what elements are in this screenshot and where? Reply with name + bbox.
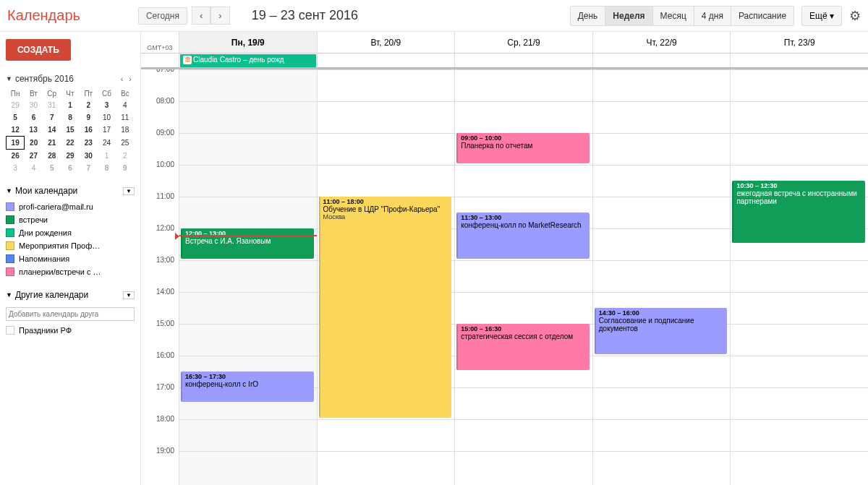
add-calendar-input[interactable] (6, 307, 135, 321)
mini-day-cell[interactable]: 29 (7, 99, 25, 111)
mini-day-cell[interactable]: 3 (7, 162, 25, 174)
create-button[interactable]: СОЗДАТЬ (6, 39, 71, 61)
mini-day-cell[interactable]: 4 (116, 99, 134, 111)
settings-gear-icon[interactable]: ⚙ (849, 8, 861, 24)
day-column[interactable]: 14:30 – 16:00Согласование и подписание д… (592, 69, 731, 485)
mini-day-cell[interactable]: 15 (61, 124, 79, 137)
view-button-неделя[interactable]: Неделя (605, 6, 652, 26)
hour-label: 17:00 (141, 383, 179, 415)
current-time-indicator (179, 235, 317, 236)
allday-cell[interactable]: Claudia Castro – день рожд (179, 53, 317, 67)
hour-label: 12:00 (141, 224, 179, 256)
calendar-event[interactable]: 14:30 – 16:00Согласование и подписание д… (595, 308, 728, 354)
allday-event[interactable]: Claudia Castro – день рожд (180, 54, 316, 67)
today-button[interactable]: Сегодня (138, 7, 187, 25)
day-header[interactable]: Пн, 19/9 (179, 32, 317, 53)
view-button-4 дня[interactable]: 4 дня (694, 6, 731, 26)
calendar-event[interactable]: 15:00 – 16:30стратегическая сессия с отд… (456, 324, 590, 370)
more-button[interactable]: Ещё ▾ (801, 6, 842, 26)
mini-day-cell[interactable]: 11 (116, 111, 134, 124)
next-button[interactable]: › (210, 7, 229, 25)
mini-day-cell[interactable]: 7 (43, 111, 61, 124)
mini-day-cell[interactable]: 31 (43, 99, 61, 111)
calendar-event[interactable]: 12:00 – 13:00Встреча с И.А. Язановым (181, 228, 314, 259)
mini-day-cell[interactable]: 13 (25, 124, 43, 137)
hour-label: 08:00 (141, 97, 179, 129)
mini-day-cell[interactable]: 22 (61, 137, 79, 150)
mini-day-cell[interactable]: 20 (25, 137, 43, 150)
mini-day-cell[interactable]: 9 (116, 162, 134, 174)
calendar-item[interactable]: встречи (6, 213, 135, 226)
collapse-icon[interactable]: ▼ (6, 187, 12, 194)
collapse-icon[interactable]: ▼ (6, 75, 12, 82)
day-column[interactable]: 10:30 – 12:30ежегодная встреча с иностра… (730, 69, 868, 485)
mini-day-cell[interactable]: 5 (7, 111, 25, 124)
calendar-item[interactable]: планерки/встречи с … (6, 265, 135, 278)
mini-next-button[interactable]: › (126, 74, 135, 83)
mini-day-cell[interactable]: 1 (61, 99, 79, 111)
day-header[interactable]: Пт, 23/9 (730, 32, 868, 53)
day-header[interactable]: Ср, 21/9 (454, 32, 592, 53)
collapse-icon[interactable]: ▼ (6, 291, 12, 299)
calendar-event[interactable]: 11:30 – 13:00конференц-колл по MarketRes… (456, 213, 590, 259)
mini-day-cell[interactable]: 8 (61, 111, 79, 124)
calendar-item[interactable]: profi-cariera@mail.ru (6, 200, 135, 213)
day-header[interactable]: Чт, 22/9 (592, 32, 731, 53)
calendar-event[interactable]: 11:00 – 18:00Обучение в ЦДР "Профи-Карье… (319, 197, 452, 418)
mini-day-cell[interactable]: 12 (7, 124, 25, 137)
mini-day-cell[interactable]: 29 (61, 150, 79, 163)
calendar-event[interactable]: 10:30 – 12:30ежегодная встреча с иностра… (732, 181, 865, 243)
mini-day-cell[interactable]: 23 (80, 137, 98, 150)
mini-day-cell[interactable]: 5 (43, 162, 61, 174)
day-column[interactable]: 11:00 – 18:00Обучение в ЦДР "Профи-Карье… (317, 69, 455, 485)
day-header[interactable]: Вт, 20/9 (317, 32, 455, 53)
calendar-item[interactable]: Праздники РФ (6, 324, 135, 337)
mini-day-cell[interactable]: 1 (98, 150, 116, 163)
view-button-день[interactable]: День (570, 6, 606, 26)
mini-day-cell[interactable]: 19 (7, 137, 25, 150)
calendar-event[interactable]: 09:00 – 10:00Планерка по отчетам (456, 133, 590, 163)
day-column[interactable]: 12:00 – 13:00Встреча с И.А. Язановым16:3… (179, 69, 317, 485)
mini-day-cell[interactable]: 25 (116, 137, 134, 150)
allday-cell[interactable] (730, 53, 868, 67)
mini-day-cell[interactable]: 6 (61, 162, 79, 174)
calendar-item[interactable]: Дни рождения (6, 226, 135, 239)
mini-day-cell[interactable]: 16 (80, 124, 98, 137)
mini-day-cell[interactable]: 10 (98, 111, 116, 124)
view-button-расписание[interactable]: Расписание (731, 6, 794, 26)
mini-day-cell[interactable]: 2 (80, 99, 98, 111)
mini-day-cell[interactable]: 17 (98, 124, 116, 137)
mini-day-cell[interactable]: 26 (7, 150, 25, 163)
mini-day-cell[interactable]: 28 (43, 150, 61, 163)
prev-button[interactable]: ‹ (192, 7, 210, 25)
mini-day-cell[interactable]: 7 (80, 162, 98, 174)
view-button-месяц[interactable]: Месяц (653, 6, 694, 26)
event-time: 09:00 – 10:00 (461, 134, 587, 142)
mini-prev-button[interactable]: ‹ (118, 74, 127, 83)
allday-cell[interactable] (317, 53, 455, 67)
mini-day-cell[interactable]: 30 (25, 99, 43, 111)
mini-day-cell[interactable]: 9 (80, 111, 98, 124)
mini-day-cell[interactable]: 30 (80, 150, 98, 163)
mini-day-cell[interactable]: 6 (25, 111, 43, 124)
calendar-color-swatch (6, 215, 14, 224)
hour-label: 11:00 (141, 192, 179, 224)
allday-cell[interactable] (454, 53, 592, 67)
mini-day-cell[interactable]: 27 (25, 150, 43, 163)
mini-day-cell[interactable]: 3 (98, 99, 116, 111)
mini-day-cell[interactable]: 21 (43, 137, 61, 150)
day-column[interactable]: 09:00 – 10:00Планерка по отчетам11:30 – … (454, 69, 592, 485)
calendar-item[interactable]: Мероприятия Проф… (6, 239, 135, 252)
mini-day-cell[interactable]: 24 (98, 137, 116, 150)
my-calendars-menu-icon[interactable]: ▼ (123, 187, 135, 195)
allday-cell[interactable] (592, 53, 731, 67)
mini-day-cell[interactable]: 2 (116, 150, 134, 163)
calendar-item[interactable]: Напоминания (6, 252, 135, 265)
calendar-event[interactable]: 16:30 – 17:30конференц-колл с IrO (181, 372, 314, 402)
mini-day-cell[interactable]: 8 (98, 162, 116, 174)
app-logo[interactable]: Календарь (7, 7, 80, 24)
other-calendars-menu-icon[interactable]: ▼ (123, 291, 135, 299)
mini-day-cell[interactable]: 14 (43, 124, 61, 137)
mini-day-cell[interactable]: 4 (25, 162, 43, 174)
mini-day-cell[interactable]: 18 (116, 124, 134, 137)
